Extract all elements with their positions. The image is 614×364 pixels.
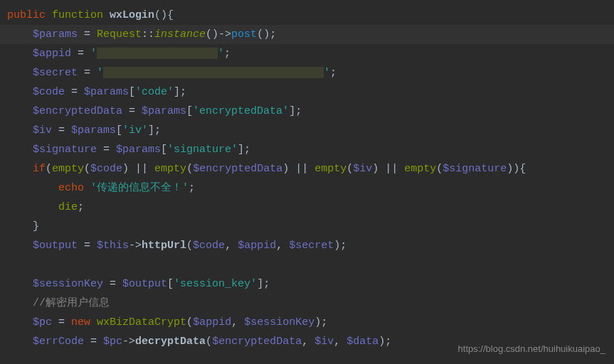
variable: $pc bbox=[103, 336, 122, 348]
variable: $params bbox=[142, 105, 186, 117]
variable: $sessionKey bbox=[33, 278, 103, 290]
variable-this: $this bbox=[97, 240, 129, 252]
watermark-text: https://blog.csdn.net/huihuikuaipao_ bbox=[458, 339, 605, 358]
code-line-17: $pc = new wxBizDataCrypt($appid, $sessio… bbox=[0, 313, 614, 332]
variable: $params bbox=[84, 86, 129, 98]
variable: $params bbox=[71, 124, 116, 136]
variable: $secret bbox=[33, 67, 78, 79]
code-line-11: die; bbox=[0, 198, 614, 217]
keyword-function: function bbox=[52, 9, 103, 21]
code-line-12: } bbox=[0, 217, 614, 236]
code-line-1: public function wxLogin(){ bbox=[0, 6, 614, 25]
variable: $encryptedData bbox=[193, 163, 282, 175]
code-line-3: $appid = ''; bbox=[0, 44, 614, 63]
fn-empty: empty bbox=[314, 163, 346, 175]
string-key: 'encryptedData' bbox=[193, 105, 289, 117]
string-key: 'signature' bbox=[167, 144, 238, 156]
variable: $output bbox=[122, 278, 167, 290]
method-post: post bbox=[231, 28, 257, 41]
method-instance: instance bbox=[154, 28, 206, 41]
class-name: wxBizDataCrypt bbox=[97, 316, 186, 328]
variable: $appid bbox=[193, 316, 231, 328]
code-line-2: $params = Request::instance()->post(); bbox=[0, 25, 614, 44]
fn-empty: empty bbox=[404, 163, 436, 175]
function-name: wxLogin bbox=[110, 9, 154, 21]
string-key: 'session_key' bbox=[174, 278, 257, 290]
variable: $iv bbox=[314, 336, 334, 348]
variable: $sessionKey bbox=[244, 316, 314, 328]
variable: $iv bbox=[353, 163, 372, 175]
code-line-13: $output = $this->httpUrl($code, $appid, … bbox=[0, 236, 614, 255]
string-msg: '传递的信息不全！' bbox=[90, 182, 189, 194]
code-line-7: $iv = $params['iv']; bbox=[0, 121, 614, 140]
string-quote: ' bbox=[218, 48, 224, 60]
variable: $encryptedData bbox=[33, 105, 122, 117]
variable: $encryptedData bbox=[212, 336, 302, 348]
code-line-9: if(empty($code) || empty($encryptedData)… bbox=[0, 159, 614, 178]
code-line-5: $code = $params['code']; bbox=[0, 82, 614, 102]
variable: $code bbox=[90, 163, 122, 175]
string-key: 'iv' bbox=[122, 124, 148, 136]
code-line-15: $sessionKey = $output['session_key']; bbox=[0, 274, 614, 294]
code-line-6: $encryptedData = $params['encryptedData'… bbox=[0, 102, 614, 121]
variable: $output bbox=[33, 240, 78, 252]
variable: $iv bbox=[33, 124, 52, 136]
keyword-if: if bbox=[33, 163, 46, 175]
fn-empty: empty bbox=[154, 163, 186, 175]
variable: $signature bbox=[443, 163, 507, 175]
variable: $code bbox=[193, 240, 225, 252]
comment: //解密用户信息 bbox=[33, 297, 110, 309]
keyword-public: public bbox=[7, 9, 46, 21]
class-name: Request bbox=[97, 28, 142, 41]
variable: $errCode bbox=[33, 336, 84, 348]
redacted-secret bbox=[103, 67, 324, 78]
variable: $appid bbox=[33, 48, 71, 60]
variable: $signature bbox=[33, 144, 97, 156]
string-quote: ' bbox=[324, 67, 330, 79]
variable: $secret bbox=[289, 240, 334, 252]
code-line-10: echo '传递的信息不全！'; bbox=[0, 178, 614, 198]
variable: $code bbox=[33, 86, 65, 98]
keyword-new: new bbox=[71, 316, 90, 328]
variable: $pc bbox=[33, 316, 52, 328]
method-httpurl: httpUrl bbox=[142, 240, 186, 252]
string-quote: ' bbox=[90, 48, 97, 60]
keyword-die: die bbox=[58, 201, 78, 213]
variable: $data bbox=[346, 336, 379, 348]
string-key: 'code' bbox=[135, 86, 174, 98]
code-line-14 bbox=[0, 255, 614, 274]
variable: $appid bbox=[238, 240, 276, 252]
variable: $params bbox=[33, 28, 78, 41]
code-editor[interactable]: public function wxLogin(){ $params = Req… bbox=[0, 6, 614, 351]
fn-empty: empty bbox=[52, 163, 84, 175]
code-line-8: $signature = $params['signature']; bbox=[0, 140, 614, 159]
string-quote: ' bbox=[97, 67, 103, 79]
redacted-appid bbox=[97, 48, 218, 59]
code-line-4: $secret = ''; bbox=[0, 63, 614, 82]
method-decrypt: decryptData bbox=[135, 336, 206, 348]
keyword-echo: echo bbox=[58, 182, 84, 194]
variable: $params bbox=[116, 144, 161, 156]
code-line-16: //解密用户信息 bbox=[0, 294, 614, 313]
